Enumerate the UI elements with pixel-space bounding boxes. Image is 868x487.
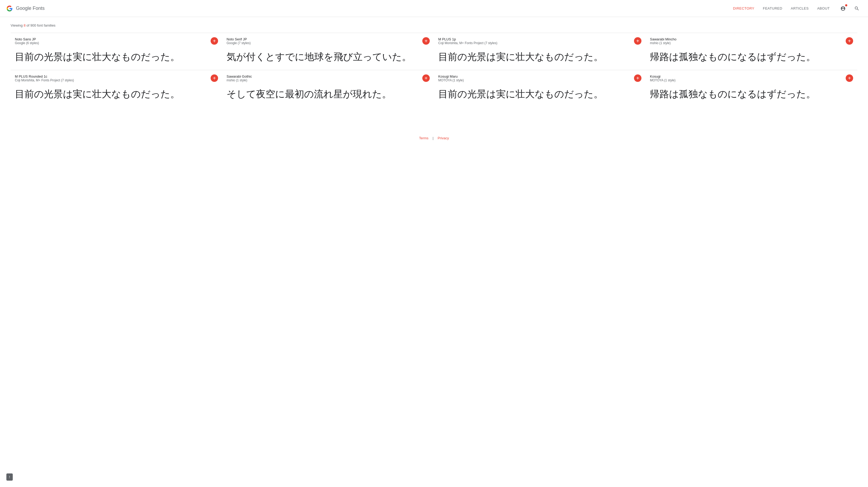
plus-icon: +	[848, 38, 851, 44]
add-font-button-kosugi[interactable]: +	[846, 75, 853, 82]
logo-text: Google Fonts	[16, 6, 44, 11]
font-preview[interactable]: 目前の光景は実に壮大なものだった。	[15, 50, 218, 63]
font-preview[interactable]: 目前の光景は実に壮大なものだった。	[438, 87, 642, 101]
font-meta: mshio (1 style)	[650, 41, 677, 45]
search-icon	[854, 6, 860, 11]
font-preview[interactable]: 気が付くとすでに地球を飛び立っていた。	[226, 50, 430, 63]
main-nav: DIRECTORY FEATURED ARTICLES ABOUT	[733, 4, 862, 13]
add-font-button-kosugi-maru[interactable]: +	[634, 75, 642, 82]
plus-icon: +	[636, 76, 639, 81]
plus-icon: +	[425, 38, 428, 44]
add-font-button-noto-serif-jp[interactable]: +	[422, 37, 430, 45]
font-meta: MOTOYA (1 style)	[438, 79, 464, 82]
font-card-header: M PLUS Rounded 1c Coji Morishita, M+ Fon…	[15, 75, 218, 86]
add-font-button-m-plus-rounded-1c[interactable]: +	[211, 75, 218, 82]
font-meta: Coji Morishita, M+ Fonts Project (7 styl…	[15, 79, 74, 82]
nav-item-articles[interactable]: ARTICLES	[791, 6, 808, 10]
font-card-sawarabi-mincho: Sawarabi Mincho mshio (1 style) + 帰路は孤独な…	[646, 33, 857, 70]
font-name: Noto Sans JP	[15, 37, 39, 41]
font-preview[interactable]: そして夜空に最初の流れ星が現れた。	[226, 87, 430, 101]
font-info: Noto Serif JP Google (7 styles)	[226, 37, 251, 49]
font-preview[interactable]: 目前の光景は実に壮大なものだった。	[15, 87, 218, 101]
add-font-button-sawarabi-mincho[interactable]: +	[846, 37, 853, 45]
header: Google Fonts DIRECTORY FEATURED ARTICLES…	[0, 0, 868, 17]
add-font-button-sawarabi-gothic[interactable]: +	[422, 75, 430, 82]
plus-icon: +	[636, 38, 639, 44]
font-meta: Google (7 styles)	[226, 41, 251, 45]
nav-item-directory[interactable]: DIRECTORY	[733, 6, 754, 10]
account-icon	[840, 6, 846, 11]
nav-item-about[interactable]: ABOUT	[817, 6, 830, 10]
font-info: Sawarabi Mincho mshio (1 style)	[650, 37, 677, 49]
logo-google-g-icon	[6, 5, 13, 12]
font-card-sawarabi-gothic: Sawarabi Gothic mshio (1 style) + そして夜空に…	[222, 70, 434, 107]
font-name: Noto Serif JP	[226, 37, 251, 41]
font-preview[interactable]: 帰路は孤独なものになるはずだった。	[650, 87, 853, 101]
feedback-icon: !	[9, 475, 10, 479]
plus-icon: +	[848, 76, 851, 81]
font-name: Kosugi	[650, 75, 676, 79]
footer: Terms | Privacy	[0, 130, 868, 146]
font-card-noto-sans-jp: Noto Sans JP Google (6 styles) + 目前の光景は実…	[11, 33, 222, 70]
font-name: M PLUS 1p	[438, 37, 497, 41]
plus-icon: +	[425, 76, 428, 81]
font-meta: Google (6 styles)	[15, 41, 39, 45]
viewing-prefix: Viewing	[11, 23, 24, 27]
font-meta: mshio (1 style)	[226, 79, 252, 82]
font-preview[interactable]: 目前の光景は実に壮大なものだった。	[438, 50, 642, 63]
font-name: Kosugi Maru	[438, 75, 464, 79]
plus-icon: +	[213, 76, 216, 81]
add-font-button-m-plus-1p[interactable]: +	[634, 37, 642, 45]
font-info: Kosugi MOTOYA (1 style)	[650, 75, 676, 86]
font-name: Sawarabi Gothic	[226, 75, 252, 79]
notification-dot	[845, 4, 847, 6]
font-meta: Coji Morishita, M+ Fonts Project (7 styl…	[438, 41, 497, 45]
font-card-header: Sawarabi Mincho mshio (1 style) +	[650, 37, 853, 49]
font-card-header: Noto Sans JP Google (6 styles) +	[15, 37, 218, 49]
font-card-kosugi-maru: Kosugi Maru MOTOYA (1 style) + 目前の光景は実に壮…	[434, 70, 646, 107]
plus-icon: +	[213, 38, 216, 44]
font-card-kosugi: Kosugi MOTOYA (1 style) + 帰路は孤独なものになるはずだ…	[646, 70, 857, 107]
logo[interactable]: Google Fonts	[6, 5, 44, 12]
font-info: Sawarabi Gothic mshio (1 style)	[226, 75, 252, 86]
font-info: Noto Sans JP Google (6 styles)	[15, 37, 39, 49]
font-card-noto-serif-jp: Noto Serif JP Google (7 styles) + 気が付くとす…	[222, 33, 434, 70]
font-name: M PLUS Rounded 1c	[15, 75, 74, 79]
font-card-header: Kosugi MOTOYA (1 style) +	[650, 75, 853, 86]
add-font-button-noto-sans-jp[interactable]: +	[211, 37, 218, 45]
font-preview[interactable]: 帰路は孤独なものになるはずだった。	[650, 50, 853, 63]
font-info: M PLUS 1p Coji Morishita, M+ Fonts Proje…	[438, 37, 497, 49]
font-card-header: Noto Serif JP Google (7 styles) +	[226, 37, 430, 49]
font-name: Sawarabi Mincho	[650, 37, 677, 41]
avatar-wrapper	[838, 4, 848, 13]
font-grid: Noto Sans JP Google (6 styles) + 目前の光景は実…	[11, 33, 857, 107]
feedback-button[interactable]: !	[6, 474, 13, 481]
terms-link[interactable]: Terms	[419, 136, 428, 140]
font-card-m-plus-rounded-1c: M PLUS Rounded 1c Coji Morishita, M+ Fon…	[11, 70, 222, 107]
nav-icons	[838, 4, 862, 13]
google-logo-icon	[6, 5, 13, 12]
footer-separator: |	[433, 136, 433, 140]
font-info: Kosugi Maru MOTOYA (1 style)	[438, 75, 464, 86]
privacy-link[interactable]: Privacy	[438, 136, 449, 140]
font-card-m-plus-1p: M PLUS 1p Coji Morishita, M+ Fonts Proje…	[434, 33, 646, 70]
font-card-header: Sawarabi Gothic mshio (1 style) +	[226, 75, 430, 86]
nav-item-featured[interactable]: FEATURED	[763, 6, 782, 10]
viewing-info: Viewing 8 of 900 font families	[11, 23, 857, 27]
search-button[interactable]	[852, 4, 862, 13]
main-content: Viewing 8 of 900 font families Noto Sans…	[0, 17, 868, 114]
font-card-header: Kosugi Maru MOTOYA (1 style) +	[438, 75, 642, 86]
font-meta: MOTOYA (1 style)	[650, 79, 676, 82]
font-info: M PLUS Rounded 1c Coji Morishita, M+ Fon…	[15, 75, 74, 86]
font-card-header: M PLUS 1p Coji Morishita, M+ Fonts Proje…	[438, 37, 642, 49]
viewing-suffix: of 900 font families	[26, 23, 56, 27]
